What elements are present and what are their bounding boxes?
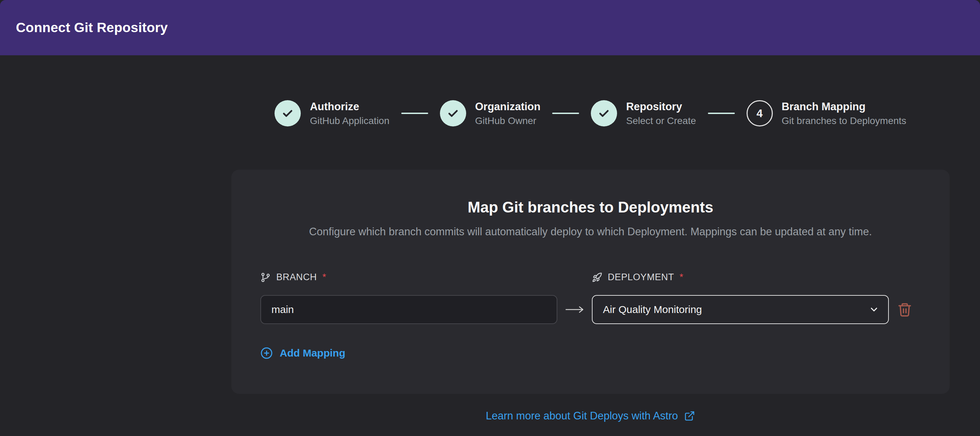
step-repository: Repository Select or Create — [591, 100, 696, 126]
step-connector — [552, 113, 579, 114]
chevron-down-icon — [869, 304, 879, 315]
delete-mapping-button[interactable] — [889, 302, 921, 318]
step-complete-circle — [440, 100, 466, 126]
plus-circle-icon — [260, 347, 273, 359]
dialog-body: Authorize GitHub Application Organizatio… — [201, 100, 980, 422]
step-subtitle: GitHub Application — [310, 115, 389, 126]
rocket-icon — [592, 272, 602, 283]
step-subtitle: GitHub Owner — [475, 115, 541, 126]
step-organization: Organization GitHub Owner — [440, 100, 541, 126]
step-title: Repository — [626, 101, 696, 113]
step-title: Branch Mapping — [782, 101, 907, 113]
required-marker: * — [323, 272, 326, 283]
step-title: Organization — [475, 101, 541, 113]
step-subtitle: Git branches to Deployments — [782, 115, 907, 126]
deployment-label: DEPLOYMENT * — [592, 272, 889, 283]
wizard-stepper: Authorize GitHub Application Organizatio… — [201, 100, 980, 126]
step-complete-circle — [275, 100, 301, 126]
step-title: Authorize — [310, 101, 389, 113]
trash-icon — [897, 302, 912, 318]
add-mapping-button[interactable]: Add Mapping — [260, 347, 345, 359]
deployment-select-value: Air Quality Monitoring — [603, 304, 702, 315]
step-connector — [708, 113, 735, 114]
learn-more-link[interactable]: Learn more about Git Deploys with Astro — [201, 410, 980, 422]
step-subtitle: Select or Create — [626, 115, 696, 126]
deployment-select[interactable]: Air Quality Monitoring — [592, 295, 889, 324]
card-subtitle: Configure which branch commits will auto… — [260, 225, 921, 238]
check-icon — [597, 107, 611, 120]
mapping-row: BRANCH * DEPLOYMENT * — [260, 272, 921, 324]
step-authorize: Authorize GitHub Application — [275, 100, 389, 126]
step-connector — [401, 113, 428, 114]
dialog-header: Connect Git Repository — [0, 0, 980, 55]
step-branch-mapping: 4 Branch Mapping Git branches to Deploym… — [746, 100, 907, 126]
step-complete-circle — [591, 100, 617, 126]
external-link-icon — [684, 410, 695, 422]
step-current-circle: 4 — [746, 100, 773, 126]
required-marker: * — [679, 272, 683, 283]
branch-input[interactable] — [260, 295, 557, 324]
git-branch-icon — [260, 272, 271, 283]
check-icon — [447, 107, 460, 120]
card-title: Map Git branches to Deployments — [260, 199, 921, 216]
branch-mapping-card: Map Git branches to Deployments Configur… — [231, 169, 950, 394]
check-icon — [281, 107, 294, 120]
maps-to-arrow-icon — [557, 304, 592, 315]
page-title: Connect Git Repository — [16, 20, 168, 35]
branch-label: BRANCH * — [260, 272, 557, 283]
